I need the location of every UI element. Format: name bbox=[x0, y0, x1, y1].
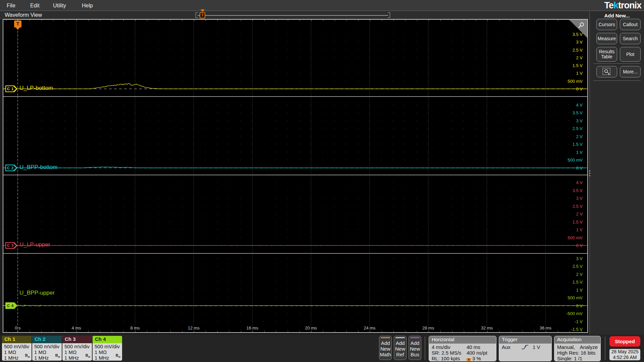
channel-4-badge[interactable]: C 4 bbox=[5, 302, 17, 309]
bandwidth-limit-icon: Bw bbox=[55, 353, 60, 360]
channel-1-settings-badge[interactable]: Ch 1 500 mV/div 1 MΩ 1 MHz Bw bbox=[2, 336, 32, 361]
channel-4-label[interactable]: U_BPP-upper bbox=[19, 290, 55, 296]
slice-divider bbox=[3, 175, 587, 175]
y-tick-label: 1 V bbox=[576, 149, 583, 155]
vertical-scale: 500 mV/div bbox=[4, 344, 30, 349]
y-tick-label: 3 V bbox=[576, 196, 583, 201]
channel-badge-body: 500 mV/div 1 MΩ 1 MHz Bw bbox=[32, 343, 62, 361]
channel-2-badge[interactable]: C 2 bbox=[5, 165, 17, 171]
magnifier-icon bbox=[578, 21, 586, 29]
y-tick-label: 0 V bbox=[576, 165, 583, 170]
menu-help[interactable]: Help bbox=[78, 0, 97, 11]
panel-divider bbox=[593, 63, 641, 64]
add-new-title: Add New... bbox=[590, 13, 644, 18]
channel-1-badge[interactable]: C 1 bbox=[5, 85, 17, 92]
bandwidth-limit-icon: Bw bbox=[25, 353, 30, 360]
y-tick-label: 2.5 V bbox=[573, 126, 583, 131]
y-tick-label: 3.5 V bbox=[573, 110, 583, 115]
y-tick-label: 0 V bbox=[576, 243, 583, 248]
x-tick-label: 28 ms bbox=[422, 325, 434, 330]
y-tick-label: 3 V bbox=[576, 118, 583, 123]
channel-badge-header: Ch 3 bbox=[62, 336, 92, 343]
waveform-trace-ch1 bbox=[3, 83, 587, 89]
trigger-mini-icon: T bbox=[467, 358, 471, 361]
cursors-button[interactable]: Cursors bbox=[596, 19, 617, 30]
y-tick-label: 2 V bbox=[576, 134, 583, 139]
results-table-button[interactable]: Results Table bbox=[596, 47, 617, 62]
trigger-position-marker[interactable]: T bbox=[14, 20, 21, 27]
y-tick-label: 2 V bbox=[576, 212, 583, 217]
timeline-line bbox=[198, 15, 388, 16]
run-stop-status-button[interactable]: Stopped bbox=[609, 336, 640, 347]
channel-badge-body: 500 mV/div 1 MΩ 1 MHz Bw bbox=[62, 343, 92, 361]
panel-splitter-handle[interactable] bbox=[589, 169, 591, 178]
channel-badge-header: Ch 1 bbox=[2, 336, 32, 343]
add-new-math-button[interactable]: AddNewMath bbox=[379, 336, 392, 360]
callout-button[interactable]: Callout bbox=[620, 19, 641, 30]
plot-button[interactable]: Plot bbox=[620, 47, 641, 62]
y-tick-label: 3.5 V bbox=[573, 188, 583, 193]
vertical-scale: 500 mV/div bbox=[34, 344, 60, 349]
channel-2-slice bbox=[3, 96, 587, 175]
y-tick-label: 2.5 V bbox=[573, 264, 583, 269]
zoom-select-button[interactable] bbox=[596, 66, 617, 77]
x-tick-label: 20 ms bbox=[305, 325, 317, 330]
acquisition-badge[interactable]: Acquisition Manual, Analyze High Res: 16… bbox=[554, 336, 601, 361]
horizontal-window: 40 ms bbox=[467, 344, 480, 350]
channel-4-settings-badge[interactable]: Ch 4 500 mV/div 1 MΩ 1 MHz Bw bbox=[93, 336, 122, 361]
menu-file[interactable]: File bbox=[3, 0, 19, 11]
channel-badge-header: Ch 2 bbox=[32, 336, 62, 343]
measure-button[interactable]: Measure bbox=[596, 33, 617, 44]
rising-edge-icon bbox=[521, 345, 529, 350]
trigger-badge[interactable]: Trigger Aux 1 V bbox=[499, 336, 552, 361]
math-stripe bbox=[381, 337, 390, 338]
ref-stripe bbox=[395, 337, 405, 338]
horizontal-badge[interactable]: Horizontal 4 ms/div 40 ms SR: 2.5 MS/s 4… bbox=[429, 336, 496, 361]
trigger-flag-icon: T bbox=[14, 20, 21, 27]
y-tick-label: 1 V bbox=[576, 227, 583, 232]
channel-badge-text: C 3 bbox=[5, 242, 15, 249]
menu-edit[interactable]: Edit bbox=[26, 0, 44, 11]
more-button[interactable]: More... bbox=[620, 66, 641, 77]
channel-2-label[interactable]: U_BPP-bottom bbox=[19, 164, 57, 171]
tektronix-logo: Tektronix bbox=[604, 0, 641, 11]
add-new-bus-button[interactable]: AddNewBus bbox=[409, 336, 421, 360]
channel-3-badge[interactable]: C 3 bbox=[5, 242, 17, 249]
menu-utility[interactable]: Utility bbox=[49, 0, 70, 11]
y-tick-label: 2 V bbox=[576, 272, 583, 277]
sample-rate: SR: 2.5 MS/s bbox=[432, 350, 461, 356]
channel-badge-text: C 1 bbox=[5, 85, 15, 92]
waveform-graticule[interactable]: T C 1 U_LP-bottom C 2 U_BPP-bottom C 3 U… bbox=[3, 19, 588, 333]
y-tick-label: 3 V bbox=[576, 256, 583, 261]
y-tick-label: 500 mV bbox=[568, 158, 583, 163]
waveform-view-header: Waveform View T bbox=[0, 11, 589, 19]
channel-badge-body: 500 mV/div 1 MΩ 1 MHz Bw bbox=[93, 343, 122, 361]
x-tick-label: 4 ms bbox=[72, 325, 81, 330]
channel-3-settings-badge[interactable]: Ch 3 500 mV/div 1 MΩ 1 MHz Bw bbox=[62, 336, 92, 361]
channel-1-slice bbox=[3, 20, 587, 96]
y-tick-label: 2 V bbox=[576, 55, 583, 60]
channel-3-label[interactable]: U_LP-upper bbox=[19, 241, 50, 248]
y-tick-label: 4 V bbox=[576, 180, 583, 185]
y-tick-label: 4 V bbox=[576, 102, 583, 107]
date-time-display: 28 May 2025 4:52:26 AM bbox=[609, 349, 640, 360]
y-tick-label: 1.5 V bbox=[573, 219, 583, 224]
acquisition-single: Single: 1 /1 bbox=[557, 356, 598, 361]
menu-bar: File Edit Utility Help Tektronix bbox=[0, 0, 644, 11]
channel-4-slice bbox=[3, 253, 587, 332]
y-tick-label: 3 V bbox=[576, 40, 583, 45]
channel-1-label[interactable]: U_LP-bottom bbox=[19, 85, 53, 92]
acquisition-timeline[interactable]: T bbox=[196, 11, 390, 19]
timeline-trigger-pointer-icon bbox=[201, 9, 205, 12]
x-tick-label: 24 ms bbox=[364, 325, 375, 330]
add-new-ref-button[interactable]: AddNewRef bbox=[394, 336, 407, 360]
timeline-trigger-icon[interactable]: T bbox=[200, 12, 205, 18]
date-text: 28 May 2025 bbox=[609, 349, 640, 355]
search-button[interactable]: Search bbox=[620, 33, 641, 44]
y-tick-label: 0 V bbox=[576, 86, 583, 92]
channel-2-settings-badge[interactable]: Ch 2 500 mV/div 1 MΩ 1 MHz Bw bbox=[32, 336, 62, 361]
separator bbox=[425, 337, 425, 360]
acquisition-mode: Manual, bbox=[557, 344, 575, 350]
channel-badge-body: 500 mV/div 1 MΩ 1 MHz Bw bbox=[2, 343, 32, 361]
y-tick-label: 0 V bbox=[576, 303, 583, 308]
